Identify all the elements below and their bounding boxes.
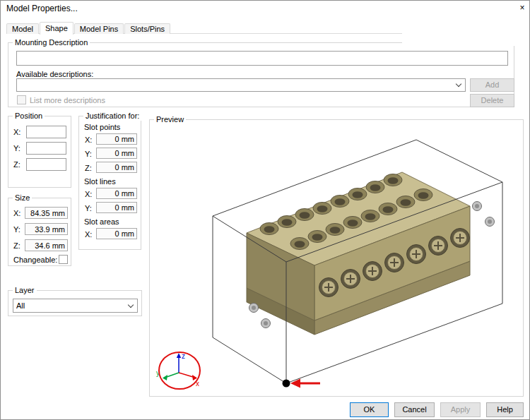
size-group-label: Size (13, 193, 32, 203)
layer-dropdown-value: All (16, 301, 25, 310)
apply-button[interactable]: Apply (440, 402, 481, 417)
list-more-descriptions-checkbox[interactable] (17, 95, 26, 104)
size-group: Size X: Y: Z: Changeable: (8, 198, 71, 266)
slot-lines-x-field[interactable] (96, 188, 137, 199)
tab-model-pins[interactable]: Model Pins (74, 23, 124, 34)
tab-shape[interactable]: Shape (40, 22, 73, 35)
justification-group-label: Justification for: (83, 112, 141, 121)
slot-areas-label: Slot areas (84, 217, 119, 226)
position-group-label: Position (13, 112, 45, 121)
slot-points-x-label: X: (85, 136, 92, 144)
tab-slots-pins[interactable]: Slots/Pins (124, 23, 170, 34)
close-icon: × (519, 3, 524, 13)
cancel-button[interactable]: Cancel (394, 402, 435, 417)
close-button[interactable]: × (516, 2, 529, 14)
position-y-label: Y: (13, 144, 20, 152)
available-descriptions-combobox[interactable] (16, 78, 466, 92)
position-z-label: Z: (13, 160, 20, 169)
slot-points-y-label: Y: (85, 150, 92, 158)
slot-lines-y-label: Y: (85, 204, 92, 212)
preview-3d-render: z x y (151, 123, 522, 396)
mounting-description-group: Mounting Description Available descripti… (8, 42, 514, 107)
tab-model[interactable]: Model (6, 23, 39, 34)
title-bar: Model Properties... × (1, 1, 529, 16)
list-more-descriptions-label: List more descriptions (30, 96, 105, 104)
slot-lines-y-field[interactable] (96, 202, 137, 213)
size-z-label: Z: (13, 241, 20, 250)
delete-button[interactable]: Delete (470, 94, 514, 107)
mounting-description-input[interactable] (16, 51, 508, 66)
position-group: Position X: Y: Z: (8, 116, 71, 188)
size-x-label: X: (13, 209, 20, 217)
slot-points-x-field[interactable] (96, 133, 137, 145)
slot-points-z-field[interactable] (96, 162, 137, 173)
changeable-checkbox[interactable] (59, 255, 68, 264)
slot-points-y-field[interactable] (96, 148, 137, 159)
layer-dropdown[interactable]: All (13, 299, 138, 313)
slot-points-label: Slot points (84, 123, 120, 131)
model-properties-dialog: Model Properties... × Model Shape Model … (0, 0, 530, 420)
combobox-chevron-down-icon (456, 81, 461, 87)
help-button[interactable]: Help (486, 402, 524, 417)
slot-areas-x-label: X: (85, 230, 92, 239)
tab-strip: Model Shape Model Pins Slots/Pins (6, 21, 171, 34)
mounting-description-group-label: Mounting Description (13, 38, 90, 47)
connector-model (247, 172, 495, 335)
slot-points-z-label: Z: (85, 164, 92, 172)
size-z-field[interactable] (25, 239, 68, 251)
slot-areas-x-field[interactable] (96, 228, 137, 239)
layer-chevron-down-icon (128, 301, 134, 307)
layer-group: Layer All (8, 290, 142, 316)
justification-group: Justification for: Slot points X: Y: Z: … (78, 116, 141, 250)
position-x-label: X: (13, 128, 20, 136)
preview-group: Preview (149, 119, 524, 397)
size-y-label: Y: (13, 225, 20, 234)
window-title: Model Properties... (6, 4, 78, 13)
blank-overlay-region (402, 18, 525, 46)
position-y-input[interactable] (26, 142, 66, 155)
origin-point-marker (283, 380, 290, 388)
add-button[interactable]: Add (470, 78, 514, 92)
size-x-field[interactable] (25, 207, 68, 219)
position-z-input[interactable] (26, 158, 66, 171)
changeable-label: Changeable: (13, 256, 57, 264)
position-x-input[interactable] (26, 126, 66, 138)
ok-button[interactable]: OK (350, 402, 389, 417)
slot-lines-label: Slot lines (84, 177, 116, 186)
layer-group-label: Layer (13, 286, 37, 295)
size-y-field[interactable] (25, 223, 68, 235)
slot-lines-x-label: X: (85, 190, 92, 198)
available-descriptions-label: Available descriptions: (16, 70, 93, 78)
